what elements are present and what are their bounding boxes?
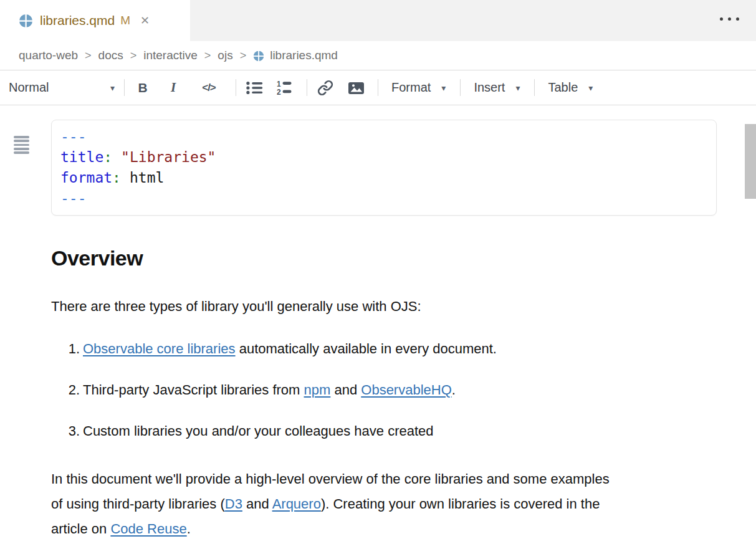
ordered-list: 1. Observable core libraries automatical… [0,341,756,439]
yaml-value-format: html [121,170,164,186]
yaml-colon: : [103,149,112,165]
link-d3[interactable]: D3 [225,496,242,512]
yaml-value-title: "Libraries" [112,149,216,165]
tab-title: libraries.qmd [40,13,115,28]
visual-editor-window: libraries.qmd M ✕ quarto-web > docs > in… [0,0,756,554]
list-item[interactable]: 3. Custom libraries you and/or your coll… [0,423,756,439]
yaml-line: format:html [60,168,707,188]
tab-libraries-qmd[interactable]: libraries.qmd M ✕ [0,0,190,41]
paragraph-text: and [242,496,272,512]
bullet-list-icon [246,81,263,95]
svg-text:2: 2 [277,88,281,95]
ordered-list-button[interactable]: 1 2 [276,77,294,98]
breadcrumb-item-docs[interactable]: docs [98,49,123,62]
toolbar-divider [378,79,378,96]
yaml-metadata-block[interactable]: --- title:"Libraries" format:html --- [51,120,717,216]
toolbar-divider [236,79,236,96]
link-button[interactable] [317,77,334,98]
ellipsis-icon [720,17,723,21]
breadcrumb-item-interactive[interactable]: interactive [143,49,198,62]
list-item-number: 1. [0,341,80,357]
bold-button[interactable]: B [134,77,151,98]
tab-bar: libraries.qmd M ✕ [0,0,756,41]
overview-heading[interactable]: Overview [51,246,756,270]
list-item-text: Custom libraries you and/or your colleag… [83,423,434,439]
code-button[interactable]: </> [195,77,222,98]
breadcrumb: quarto-web > docs > interactive > ojs > … [0,41,756,70]
closing-paragraph[interactable]: In this document we'll provide a high-le… [51,467,612,542]
yaml-line: --- [60,127,707,147]
link-npm[interactable]: npm [304,382,331,398]
toolbar-divider [460,79,461,96]
link-icon [317,80,333,96]
quarto-file-icon [253,50,264,62]
intro-paragraph[interactable]: There are three types of library you'll … [51,298,756,315]
list-item-number: 3. [0,423,80,439]
toolbar-divider [534,79,535,96]
chevron-separator: > [130,49,137,62]
svg-text:1: 1 [277,80,281,88]
chevron-down-icon: ▾ [588,83,593,93]
list-item-text: . [452,382,456,398]
insert-menu-label: Insert [474,80,505,95]
scrollbar-thumb[interactable] [745,124,756,199]
drag-handle-icon[interactable] [14,136,29,154]
paragraph-style-select[interactable]: Normal ▾ [9,80,115,95]
breadcrumb-filename: libraries.qmd [270,49,338,62]
list-item-text: and [330,382,361,398]
table-menu-label: Table [548,80,578,95]
italic-button[interactable]: I [165,77,182,98]
format-menu-label: Format [391,80,431,95]
yaml-line: title:"Libraries" [60,147,707,168]
chevron-down-icon: ▾ [515,83,520,93]
format-menu[interactable]: Format ▾ [388,80,449,95]
list-item-text: Third-party JavaScript libraries from [83,382,304,398]
modified-badge: M [120,14,130,27]
yaml-key-title: title [60,149,103,165]
breadcrumb-item-libraries-qmd[interactable]: libraries.qmd [253,49,338,62]
yaml-delimiter: --- [60,128,87,145]
insert-menu[interactable]: Insert ▾ [470,80,524,95]
formatting-toolbar: Normal ▾ B I </> 1 2 [0,70,756,105]
link-observablehq[interactable]: ObservableHQ [361,382,452,398]
paragraph-text: . [187,521,191,537]
editor-canvas[interactable]: --- title:"Libraries" format:html --- Ov… [0,120,756,554]
link-arquero[interactable]: Arquero [272,496,321,512]
breadcrumb-item-ojs[interactable]: ojs [218,49,232,62]
table-menu[interactable]: Table ▾ [544,80,596,95]
link-code-reuse[interactable]: Code Reuse [110,521,186,537]
image-icon [348,80,365,95]
link-observable-core-libraries[interactable]: Observable core libraries [83,341,236,356]
breadcrumb-item-quarto-web[interactable]: quarto-web [19,49,78,62]
chevron-separator: > [204,49,211,62]
bullet-list-button[interactable] [246,77,263,98]
close-icon[interactable]: ✕ [140,15,150,26]
list-item-number: 2. [0,382,80,398]
more-actions-button[interactable] [720,17,739,21]
yaml-key-format: format [60,170,112,186]
toolbar-divider [307,79,307,96]
yaml-line: --- [60,188,707,209]
paragraph-style-value: Normal [9,80,49,95]
yaml-colon: : [112,170,121,186]
toolbar-divider [124,79,125,96]
ordered-list-icon: 1 2 [277,80,294,95]
yaml-delimiter: --- [60,190,87,206]
quarto-file-icon [19,14,33,28]
list-item-text: automatically available in every documen… [236,341,497,356]
chevron-down-icon: ▾ [110,83,115,93]
list-item[interactable]: 1. Observable core libraries automatical… [0,341,756,357]
chevron-separator: > [85,49,92,62]
list-item[interactable]: 2. Third-party JavaScript libraries from… [0,382,756,398]
chevron-down-icon: ▾ [441,83,446,93]
image-button[interactable] [347,77,365,98]
chevron-separator: > [240,49,247,62]
